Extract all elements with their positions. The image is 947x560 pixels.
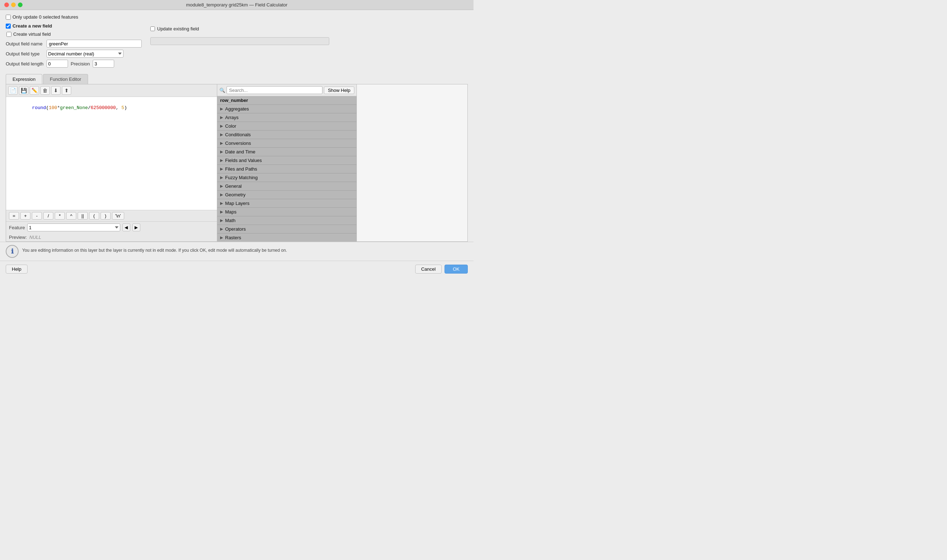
category-item-map_layers[interactable]: ▶Map Layers [217,199,356,208]
op-divide[interactable]: / [43,212,53,220]
chevron-icon: ▶ [220,175,223,180]
edit-expression-btn[interactable]: ✏️ [30,86,39,95]
right-buttons: Cancel OK [415,265,468,274]
category-item-color[interactable]: ▶Color [217,122,356,131]
category-label: Conversions [225,140,251,146]
minimize-button[interactable] [11,3,16,7]
op-equals[interactable]: = [9,212,19,220]
only-update-row: Only update 0 selected features [6,14,79,20]
chevron-icon: ▶ [220,209,223,214]
feature-select[interactable]: 1 [27,223,120,231]
category-item-fields_and_values[interactable]: ▶Fields and Values [217,156,356,165]
create-virtual-checkbox[interactable] [6,32,11,37]
next-feature-btn[interactable]: ▶ [133,223,140,231]
op-multiply[interactable]: * [55,212,65,220]
right-col: Update existing field [150,23,468,71]
tabs-bar: Expression Function Editor [6,74,468,85]
help-button[interactable]: Help [6,265,28,274]
category-item-conversions[interactable]: ▶Conversions [217,139,356,148]
op-minus[interactable]: - [32,212,42,220]
op-caret[interactable]: ^ [66,212,76,220]
new-expression-btn[interactable]: 📄 [8,86,17,95]
output-field-name-input[interactable] [46,40,142,48]
category-label: General [225,183,242,189]
category-item-aggregates[interactable]: ▶Aggregates [217,105,356,113]
output-field-type-select[interactable]: Decimal number (real) [46,50,123,58]
only-update-label: Only update 0 selected features [12,14,79,20]
left-col: Create a new field Create virtual field … [6,23,142,71]
update-existing-label: Update existing field [157,26,199,31]
chevron-icon: ▶ [220,235,223,240]
chevron-icon: ▶ [220,167,223,171]
output-field-name-label: Output field name [6,41,44,46]
output-field-length-label: Output field length [6,61,44,66]
category-item-files_and_paths[interactable]: ▶Files and Paths [217,165,356,174]
existing-field-select-wrap [150,37,468,45]
preview-label: Preview: [9,235,27,240]
panels-container: 📄 💾 ✏️ 🗑 ⬇ ⬆ round(100*green_None/625000… [6,85,468,242]
chevron-icon: ▶ [220,141,223,146]
output-field-length-input[interactable] [46,60,68,68]
update-existing-checkbox[interactable] [150,26,155,31]
op-rparen[interactable]: ) [100,212,111,220]
create-new-field-checkbox[interactable] [6,24,11,29]
length-precision-row: Precision [46,60,142,68]
precision-input[interactable] [93,60,114,68]
show-help-button[interactable]: Show Help [324,86,354,94]
category-item-date_and_time[interactable]: ▶Date and Time [217,148,356,156]
tab-expression[interactable]: Expression [6,74,42,84]
maximize-button[interactable] [18,3,23,7]
tab-function-editor[interactable]: Function Editor [43,74,88,84]
close-button[interactable] [4,3,9,7]
titlebar: module8_temporary grid25km — Field Calcu… [0,0,474,10]
chevron-icon: ▶ [220,132,223,137]
update-field-row: Update existing field [150,23,468,34]
expression-code-area[interactable]: round(100*green_None/625000000, 5) [6,97,217,210]
window-title: module8_temporary grid25km — Field Calcu… [186,2,287,8]
category-label: Map Layers [225,201,250,206]
category-item-general[interactable]: ▶General [217,182,356,191]
search-input[interactable] [227,86,322,94]
chevron-icon: ▶ [220,115,223,120]
category-item-operators[interactable]: ▶Operators [217,225,356,234]
export-expression-btn[interactable]: ⬆ [62,86,71,95]
delete-expression-btn[interactable]: 🗑 [40,86,50,95]
category-label: Geometry [225,192,245,197]
save-expression-btn[interactable]: 💾 [19,86,28,95]
category-label: Date and Time [225,149,256,154]
prev-feature-btn[interactable]: ◀ [122,223,130,231]
category-item-fuzzy_matching[interactable]: ▶Fuzzy Matching [217,174,356,182]
category-item-rasters[interactable]: ▶Rasters [217,234,356,242]
expression-toolbar: 📄 💾 ✏️ 🗑 ⬇ ⬆ [6,85,217,97]
op-lparen[interactable]: ( [89,212,99,220]
existing-field-select[interactable] [150,37,329,45]
op-concat[interactable]: || [78,212,88,220]
category-label: Maps [225,209,237,215]
category-label: Rasters [225,235,241,240]
search-row: 🔍 Show Help [217,85,356,96]
chevron-icon: ▶ [220,158,223,163]
op-plus[interactable]: + [20,212,31,220]
chevron-icon: ▶ [220,149,223,154]
ok-button[interactable]: OK [444,265,468,274]
row-number-item[interactable]: row_number [217,96,356,105]
feature-label: Feature [9,225,25,230]
only-update-checkbox[interactable] [6,15,11,20]
cancel-button[interactable]: Cancel [415,265,442,274]
category-label: Color [225,123,236,129]
import-expression-btn[interactable]: ⬇ [51,86,60,95]
category-item-math[interactable]: ▶Math [217,216,356,225]
info-icon: ℹ [6,245,19,258]
create-new-field-row: Create a new field [6,23,142,29]
preview-row: Preview: NULL [6,233,217,242]
operators-row: = + - / * ^ || ( ) '\n' [6,210,217,222]
chevron-icon: ▶ [220,218,223,223]
expression-text: round(100*green_None/625000000, 5) [32,105,127,111]
help-panel [357,85,467,242]
category-item-arrays[interactable]: ▶Arrays [217,113,356,122]
chevron-icon: ▶ [220,227,223,231]
op-newline[interactable]: '\n' [112,212,124,220]
category-item-maps[interactable]: ▶Maps [217,208,356,216]
category-item-geometry[interactable]: ▶Geometry [217,191,356,199]
category-item-conditionals[interactable]: ▶Conditionals [217,131,356,139]
